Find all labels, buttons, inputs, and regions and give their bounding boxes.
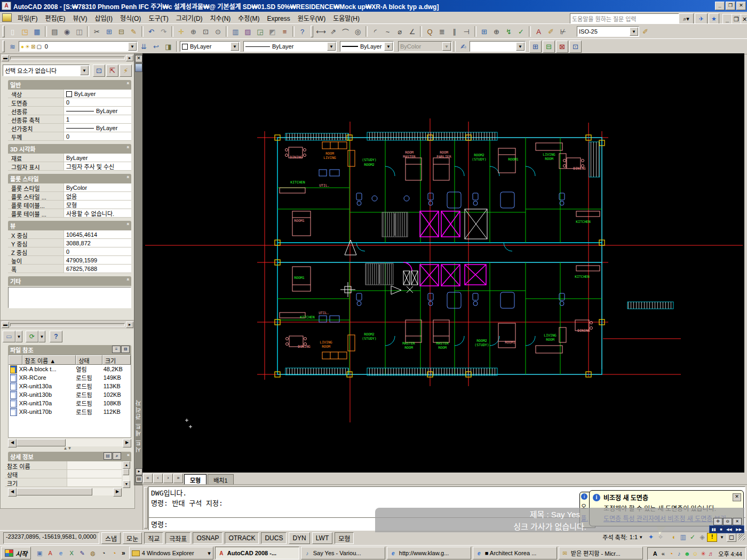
dim-diameter-icon[interactable]: ⌀ — [394, 26, 406, 37]
toggle-pickadd-icon[interactable]: ⊡ — [93, 65, 105, 77]
details-vscrollbar[interactable]: ▲ ▼ — [123, 461, 130, 487]
notification-close-icon[interactable]: ✕ — [733, 493, 741, 501]
publish-icon[interactable]: ◫ — [74, 26, 85, 37]
tray-clock-icon[interactable]: ◔ — [667, 550, 675, 557]
plot-icon[interactable]: ▤ — [49, 26, 60, 37]
refresh-icon[interactable]: ⟳ — [26, 331, 38, 342]
scroll-left-icon[interactable]: ◀ — [8, 439, 17, 447]
rewind-icon[interactable]: ◀◀ — [726, 527, 732, 532]
toolbar-handle[interactable] — [2, 41, 5, 52]
quicklaunch-app-icon[interactable]: ▣ — [35, 549, 44, 557]
trusted-autodesk-icon[interactable]: ✓ — [688, 532, 697, 542]
zoom-window-icon[interactable]: ⊡ — [200, 26, 211, 37]
xref-column-상태[interactable]: 상태 — [76, 355, 102, 365]
menu-item-수정[interactable]: 수정(M) — [234, 14, 263, 23]
section-header-3D 시각화[interactable]: 3D 시각화« — [8, 144, 131, 154]
annotation-scale-value[interactable]: 1:1 — [630, 534, 638, 540]
next-tab-icon[interactable]: › — [163, 474, 173, 483]
section-header-뷰[interactable]: 뷰« — [8, 221, 131, 230]
etransmit-icon[interactable]: ◲ — [255, 26, 266, 37]
communication-center-icon[interactable]: ✈ — [695, 13, 708, 24]
menu-item-Express[interactable]: Express — [263, 14, 293, 23]
ime-indicator[interactable]: A — [651, 550, 659, 557]
xref-clip-icon[interactable]: ⊠ — [556, 41, 568, 53]
quicklaunch-recycle-icon[interactable]: ◍ — [89, 549, 97, 557]
copy-icon[interactable]: ⊞ — [104, 26, 115, 37]
xref-column-참조 이름[interactable]: 참조 이름 ▲ — [22, 355, 76, 365]
chevron-down-icon[interactable]: ▼ — [231, 42, 239, 51]
list-view-icon[interactable]: ≡ — [112, 346, 121, 353]
favorites-star-icon[interactable]: ★ — [709, 13, 719, 24]
forward-icon[interactable]: ▶▶ — [736, 527, 742, 532]
doc-close-button[interactable]: ✕ — [741, 14, 747, 25]
copy-status-icon[interactable]: ▥ — [678, 532, 688, 542]
toggle-DUCS[interactable]: DUCS — [261, 532, 287, 544]
chevron-down-icon[interactable]: ▾ — [208, 550, 211, 557]
property-value[interactable]: 47909,1599 — [63, 256, 131, 265]
property-value[interactable]: ByLayer — [63, 124, 131, 132]
xref-row[interactable]: XR-unit130b로드됨102KB — [9, 390, 131, 399]
property-value[interactable]: 3088,872 — [63, 239, 131, 247]
property-value[interactable]: 그림자 주사 및 수신 — [63, 162, 131, 171]
toggle-모눈[interactable]: 모눈 — [123, 532, 142, 544]
selection-combo[interactable]: 선택 요소가 없습니다 ▼ — [3, 65, 90, 76]
save-icon[interactable]: ▦ — [31, 26, 43, 37]
scroll-right-icon[interactable]: ▶ — [113, 488, 122, 497]
xref-attach-icon[interactable]: ⊞ — [529, 41, 542, 53]
chevron-up-icon[interactable]: « — [125, 82, 130, 84]
property-value[interactable]: ByLayer — [63, 154, 131, 162]
property-value[interactable]: 67825,7688 — [63, 265, 131, 273]
toolbar-lock-icon[interactable]: ◖ — [669, 532, 678, 542]
zoom-previous-icon[interactable]: ⊙ — [212, 26, 224, 37]
toolbar-handle[interactable] — [2, 26, 5, 37]
help-icon[interactable]: ? — [50, 331, 62, 342]
section-header-플롯 스타일[interactable]: 플롯 스타일« — [8, 174, 131, 183]
toggle-DYN[interactable]: DYN — [289, 532, 309, 544]
property-value[interactable]: 0 — [63, 98, 131, 107]
xref-row[interactable]: XR-unit170a로드됨108KB — [9, 399, 131, 407]
undo-icon[interactable]: ↶ — [146, 26, 157, 37]
chevron-down-icon[interactable]: ▼ — [516, 42, 525, 51]
resize-track[interactable] — [10, 323, 125, 326]
toggle-모형[interactable]: 모형 — [335, 532, 354, 544]
menu-item-삽입[interactable]: 삽입(I) — [91, 14, 116, 23]
taskbar-window-ie[interactable]: e■ Architect Korea ... — [473, 547, 557, 559]
scroll-left-icon[interactable]: ◀ — [8, 488, 17, 497]
new-icon[interactable]: ▯ — [7, 26, 18, 37]
quicklaunch-outlook-icon[interactable]: ◔ — [110, 549, 118, 557]
xref-row[interactable]: XR-RCore로드됨149KB — [9, 373, 131, 382]
taskbar-window-mail[interactable]: ✉받은 편지함 - Micr... — [559, 547, 643, 559]
attach-dwg-icon[interactable]: ▭ — [3, 331, 15, 342]
palette-resize-bar[interactable]: ▬ ▸ — [1, 54, 134, 62]
help-search-input[interactable]: 도움말을 원하는 질문 입력 — [570, 13, 681, 24]
resize-track[interactable] — [10, 57, 125, 60]
property-value[interactable]: 모형 — [63, 201, 131, 209]
property-value[interactable]: 없음 — [63, 192, 131, 201]
resize-grip[interactable] — [738, 534, 745, 540]
expand-icon[interactable]: ▸ — [126, 322, 133, 328]
lineweight-combo[interactable]: ByLayer ▼ — [340, 41, 394, 52]
preview-view-icon[interactable]: ⌕ — [113, 452, 121, 460]
quicklaunch-overflow-icon[interactable]: » — [122, 549, 125, 557]
toggle-LWT[interactable]: LWT — [312, 532, 332, 544]
pan-icon[interactable]: ✛ — [176, 26, 187, 37]
tray-chevron-icon[interactable]: « — [659, 550, 667, 557]
chevron-up-icon[interactable]: « — [127, 452, 130, 458]
make-object-layer-current-icon[interactable]: ⇊ — [138, 41, 149, 52]
reference-name-field[interactable]: ▼ — [470, 41, 526, 52]
minimize-button[interactable]: _ — [715, 2, 725, 10]
section-header-기타[interactable]: 기타« — [8, 276, 131, 286]
quickcalc-icon[interactable]: ≡ — [279, 26, 290, 37]
scroll-thumb[interactable] — [123, 469, 129, 475]
taskbar-window-folder[interactable]: 4 Windows Explorer▾ — [129, 547, 213, 559]
doc-minimize-button[interactable]: _ — [722, 14, 732, 25]
chevron-up-icon[interactable]: « — [125, 222, 130, 225]
palette-autohide-icon[interactable] — [135, 63, 142, 72]
menu-item-그리기[interactable]: 그리기(D) — [172, 14, 206, 23]
property-value[interactable]: 0 — [63, 247, 131, 256]
plot-preview-icon[interactable]: ◉ — [61, 26, 73, 37]
dim-update-icon[interactable]: ⊬ — [558, 26, 569, 37]
close-button[interactable]: ✕ — [736, 2, 746, 10]
tree-view-icon[interactable]: ⊟ — [121, 346, 130, 353]
menu-item-편집[interactable]: 편집(E) — [41, 14, 69, 23]
